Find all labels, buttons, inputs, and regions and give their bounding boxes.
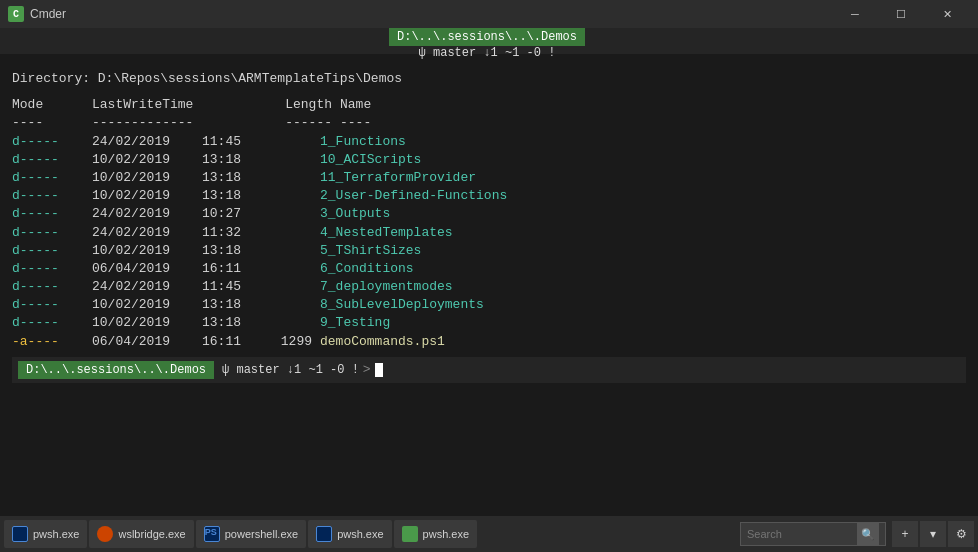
col-length: 1299 <box>252 333 312 351</box>
col-name: 7_deploymentmodes <box>320 278 453 296</box>
col-date: 10/02/2019 <box>92 187 202 205</box>
maximize-button[interactable]: ☐ <box>878 0 924 28</box>
prompt-branch-top: ψ master ↓1 ~1 -0 ! <box>419 46 556 60</box>
col-name: 6_Conditions <box>320 260 414 278</box>
terminal-area: Directory: D:\Repos\sessions\ARMTemplate… <box>0 62 978 516</box>
col-date: 10/02/2019 <box>92 151 202 169</box>
table-row: d----- 10/02/2019 13:18 9_Testing <box>12 314 966 332</box>
col-time: 11:45 <box>202 133 252 151</box>
col-date: 10/02/2019 <box>92 314 202 332</box>
prompt-path-bottom: D:\..\.sessions\..\.Demos <box>18 361 214 379</box>
underline-mode: ---- <box>12 114 92 132</box>
table-row: d----- 10/02/2019 13:18 8_SubLevelDeploy… <box>12 296 966 314</box>
column-headers: Mode LastWriteTime Length Name <box>12 96 966 114</box>
underline-lastwrite: ------------- <box>92 114 272 132</box>
col-name: 4_NestedTemplates <box>320 224 453 242</box>
col-time: 13:18 <box>202 169 252 187</box>
wsl-icon <box>97 526 113 542</box>
taskbar-label-pwsh2: pwsh.exe <box>337 528 383 540</box>
header-name: Name <box>340 96 371 114</box>
col-time: 10:27 <box>202 205 252 223</box>
header-lastwrite: LastWriteTime <box>92 96 272 114</box>
window-controls: ─ ☐ ✕ <box>832 0 970 28</box>
col-name: 1_Functions <box>320 133 406 151</box>
col-time: 16:11 <box>202 260 252 278</box>
col-time: 16:11 <box>202 333 252 351</box>
table-row: d----- 24/02/2019 11:45 1_Functions <box>12 133 966 151</box>
table-row: d----- 06/04/2019 16:11 6_Conditions <box>12 260 966 278</box>
table-row: d----- 10/02/2019 13:18 11_TerraformProv… <box>12 169 966 187</box>
col-date: 24/02/2019 <box>92 205 202 223</box>
taskbar-item-pwsh1[interactable]: pwsh.exe <box>4 520 87 548</box>
col-time: 11:32 <box>202 224 252 242</box>
search-input[interactable] <box>747 528 857 540</box>
taskbar-item-wsl[interactable]: wslbridge.exe <box>89 520 193 548</box>
col-date: 06/04/2019 <box>92 333 202 351</box>
col-time: 13:18 <box>202 151 252 169</box>
settings-button[interactable]: ⚙ <box>948 521 974 547</box>
app-icon: C <box>8 6 24 22</box>
table-row: d----- 10/02/2019 13:18 5_TShirtSizes <box>12 242 966 260</box>
cmder-icon <box>402 526 418 542</box>
col-mode: d----- <box>12 224 92 242</box>
col-date: 10/02/2019 <box>92 169 202 187</box>
col-name: 2_User-Defined-Functions <box>320 187 507 205</box>
close-button[interactable]: ✕ <box>924 0 970 28</box>
taskbar-item-pwsh2[interactable]: pwsh.exe <box>308 520 391 548</box>
directory-line: Directory: D:\Repos\sessions\ARMTemplate… <box>12 70 966 88</box>
col-date: 24/02/2019 <box>92 133 202 151</box>
taskbar-label-powershell: powershell.exe <box>225 528 298 540</box>
bottom-prompt-bar: D:\..\.sessions\..\.Demos ψ master ↓1 ~1… <box>12 357 966 383</box>
cursor <box>375 363 383 377</box>
table-row: -a---- 06/04/2019 16:11 1299 demoCommand… <box>12 333 966 351</box>
pwsh-icon-1 <box>12 526 28 542</box>
taskbar-label-wsl: wslbridge.exe <box>118 528 185 540</box>
add-tab-button[interactable]: + <box>892 521 918 547</box>
col-date: 24/02/2019 <box>92 278 202 296</box>
header-length: Length <box>272 96 332 114</box>
chevron-button[interactable]: ▾ <box>920 521 946 547</box>
col-name: 9_Testing <box>320 314 390 332</box>
col-mode: d----- <box>12 205 92 223</box>
prompt-branch-bottom: ψ master ↓1 ~1 -0 ! <box>222 363 359 377</box>
col-time: 13:18 <box>202 296 252 314</box>
table-row: d----- 24/02/2019 10:27 3_Outputs <box>12 205 966 223</box>
minimize-button[interactable]: ─ <box>832 0 878 28</box>
table-row: d----- 24/02/2019 11:32 4_NestedTemplate… <box>12 224 966 242</box>
col-mode: d----- <box>12 169 92 187</box>
table-row: d----- 10/02/2019 13:18 2_User-Defined-F… <box>12 187 966 205</box>
prompt-path-top: D:\..\.sessions\..\.Demos <box>389 28 585 46</box>
col-mode: -a---- <box>12 333 92 351</box>
col-name: 11_TerraformProvider <box>320 169 476 187</box>
table-row: d----- 24/02/2019 11:45 7_deploymentmode… <box>12 278 966 296</box>
taskbar-item-powershell[interactable]: PS powershell.exe <box>196 520 306 548</box>
col-name: 10_ACIScripts <box>320 151 421 169</box>
col-time: 11:45 <box>202 278 252 296</box>
title-bar: C Cmder ─ ☐ ✕ <box>0 0 978 28</box>
ps-icon: PS <box>204 526 220 542</box>
pwsh-icon-2 <box>316 526 332 542</box>
underline-length: ------ <box>272 114 332 132</box>
col-mode: d----- <box>12 151 92 169</box>
col-mode: d----- <box>12 278 92 296</box>
search-button[interactable]: 🔍 <box>857 523 879 545</box>
app-title: Cmder <box>30 7 832 21</box>
taskbar-label-pwsh1: pwsh.exe <box>33 528 79 540</box>
terminal-output: Directory: D:\Repos\sessions\ARMTemplate… <box>12 70 966 351</box>
col-date: 06/04/2019 <box>92 260 202 278</box>
col-time: 13:18 <box>202 187 252 205</box>
top-prompt-bar: D:\..\.sessions\..\.Demos ψ master ↓1 ~1… <box>0 28 978 54</box>
col-mode: d----- <box>12 242 92 260</box>
col-time: 13:18 <box>202 242 252 260</box>
col-name: 8_SubLevelDeployments <box>320 296 484 314</box>
table-row: d----- 10/02/2019 13:18 10_ACIScripts <box>12 151 966 169</box>
col-mode: d----- <box>12 187 92 205</box>
taskbar-item-pwsh3[interactable]: pwsh.exe <box>394 520 477 548</box>
col-name: 5_TShirtSizes <box>320 242 421 260</box>
directory-listing: d----- 24/02/2019 11:45 1_Functions d---… <box>12 133 966 351</box>
search-box[interactable]: 🔍 <box>740 522 886 546</box>
col-mode: d----- <box>12 260 92 278</box>
col-name: 3_Outputs <box>320 205 390 223</box>
col-mode: d----- <box>12 133 92 151</box>
col-date: 10/02/2019 <box>92 296 202 314</box>
